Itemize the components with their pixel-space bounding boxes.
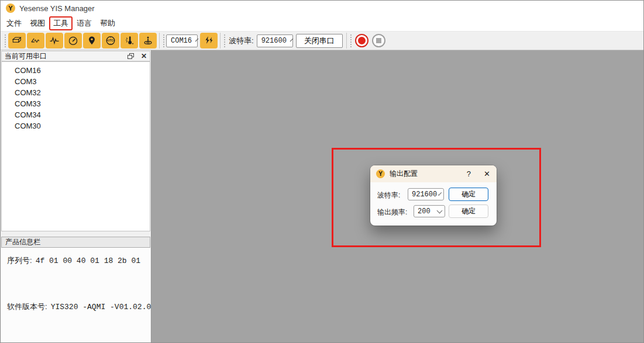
product-info-panel: 序列号:4f 01 00 40 01 18 2b 01 软件版本号:YIS320… [1,248,150,343]
dialog-frequency-value: 200 [418,207,431,216]
svg-text:UTC: UTC [108,39,113,42]
angle-wave-icon [30,35,42,46]
chevron-down-icon [438,192,442,195]
menu-item-tools[interactable]: 工具 [49,16,73,30]
dialog-baud-select[interactable]: 921600 [408,188,444,200]
location-pin-button[interactable] [83,33,101,48]
toolbar: UTC [1,31,643,50]
title-bar: Y Yesense YIS Manager [1,1,643,16]
toolbar-drag-handle[interactable] [350,34,352,47]
dialog-frequency-select[interactable]: 200 [414,205,445,217]
dialog-baud-value: 921600 [412,190,437,199]
gauge-button[interactable] [64,33,82,48]
software-version-line: 软件版本号:YIS320 -AQMI -V01.02.03; [7,302,160,312]
dialog-baud-confirm-button[interactable]: 确定 [449,188,488,201]
float-icon [128,53,134,59]
chevron-down-icon [437,207,443,213]
app-window: Y Yesense YIS Manager 文件 视图 工具 语言 帮助 [0,0,644,343]
chevron-down-icon [290,38,294,41]
temperature-icon [123,35,135,46]
software-version-value: YIS320 -AQMI -V01.02.03; [51,303,160,311]
dialog-help-button[interactable]: ? [464,169,473,178]
toolbar-drag-handle[interactable] [224,34,225,47]
stop-button[interactable] [372,34,385,47]
app-logo-icon: Y [6,4,15,13]
refresh-ports-button[interactable] [200,33,218,48]
stop-icon [376,38,381,43]
list-item[interactable]: COM33 [2,98,150,109]
dock-close-button[interactable]: ✕ [141,53,147,60]
product-info-header: 产品信息栏 [1,237,150,248]
record-button[interactable] [355,34,369,47]
list-item[interactable]: COM16 [2,65,150,76]
utc-clock-button[interactable]: UTC [102,33,119,48]
utc-clock-icon: UTC [105,35,116,46]
waveform-button[interactable] [46,33,63,48]
temperature-button[interactable] [120,33,138,48]
window-body: 当前可用串口 ✕ COM16 COM3 COM32 COM33 COM34 CO… [1,50,643,343]
toolbar-drag-handle[interactable] [163,34,164,47]
serial-number-value: 4f 01 00 40 01 18 2b 01 [36,257,140,265]
dialog-close-button[interactable]: ✕ [484,169,490,178]
serial-number-line: 序列号:4f 01 00 40 01 18 2b 01 [7,255,140,266]
list-item[interactable]: COM30 [2,120,150,131]
output-config-dialog: Y 输出配置 ? ✕ 波特率: 921600 确定 输出频率: 200 确定 [370,165,497,226]
menu-item-view[interactable]: 视图 [26,16,49,30]
app-logo-icon: Y [376,169,385,178]
port-select-value: COM16 [171,37,192,45]
available-ports-list: COM16 COM3 COM32 COM33 COM34 COM30 [1,61,150,231]
baud-rate-value: 921600 [261,37,287,45]
cube-icon [11,35,23,46]
dock-float-button[interactable] [128,53,134,59]
software-version-label: 软件版本号: [7,302,47,311]
double-lightning-icon [203,35,215,46]
menu-bar: 文件 视图 工具 语言 帮助 [1,16,643,31]
toolbar-separator [346,33,347,48]
window-title: Yesense YIS Manager [19,4,95,13]
chevron-down-icon [195,38,199,41]
baud-rate-select[interactable]: 921600 [257,34,293,47]
baud-rate-label: 波特率: [229,36,254,46]
gauge-icon [67,35,79,46]
dialog-frequency-label: 输出频率: [377,207,407,217]
toolbar-separator [220,33,221,48]
plumb-icon [142,35,154,46]
menu-item-file[interactable]: 文件 [2,16,26,30]
dock-title: 当前可用串口 [5,51,128,61]
dock-header: 当前可用串口 ✕ [1,51,150,61]
list-item[interactable]: COM3 [2,76,150,87]
waveform-icon [49,35,60,46]
workspace-area: Y 输出配置 ? ✕ 波特率: 921600 确定 输出频率: 200 确定 [151,50,643,343]
plumb-button[interactable] [139,33,157,48]
location-pin-icon [87,35,97,46]
list-item[interactable]: COM34 [2,109,150,120]
cube-button[interactable] [8,33,26,48]
serial-number-label: 序列号: [7,256,32,265]
serial-port-dock: 当前可用串口 ✕ COM16 COM3 COM32 COM33 COM34 CO… [1,50,151,343]
dialog-title-bar: Y 输出配置 ? ✕ [370,165,497,182]
list-item[interactable]: COM32 [2,87,150,98]
close-port-button[interactable]: 关闭串口 [296,34,343,48]
dialog-baud-label: 波特率: [377,190,400,200]
menu-item-help[interactable]: 帮助 [96,16,119,30]
record-icon [358,37,366,44]
toolbar-drag-handle[interactable] [5,34,6,47]
toolbar-separator [159,33,160,48]
angle-wave-button[interactable] [27,33,44,48]
dialog-frequency-confirm-button[interactable]: 确定 [449,205,488,218]
port-select[interactable]: COM16 [166,34,198,47]
dialog-title: 输出配置 [390,169,418,179]
menu-item-language[interactable]: 语言 [73,16,96,30]
